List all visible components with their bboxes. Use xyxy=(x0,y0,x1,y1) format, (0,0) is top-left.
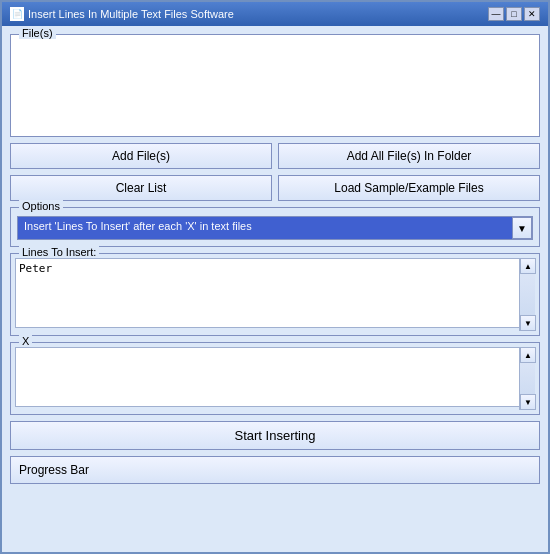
x-scroll-down-arrow[interactable]: ▼ xyxy=(520,394,536,410)
lines-group: Lines To Insert: Peter ▲ ▼ xyxy=(10,253,540,336)
title-bar-left: 📄 Insert Lines In Multiple Text Files So… xyxy=(10,7,234,21)
top-button-row: Add File(s) Add All File(s) In Folder xyxy=(10,143,540,169)
bottom-button-row: Clear List Load Sample/Example Files xyxy=(10,175,540,201)
x-scroll-up-arrow[interactable]: ▲ xyxy=(520,347,536,363)
x-textarea-wrapper: ▲ ▼ xyxy=(15,347,535,410)
options-dropdown-arrow[interactable]: ▼ xyxy=(512,217,532,239)
options-group: Options Insert 'Lines To Insert' after e… xyxy=(10,207,540,247)
lines-textarea[interactable]: Peter xyxy=(15,258,535,328)
scroll-up-arrow[interactable]: ▲ xyxy=(520,258,536,274)
lines-textarea-wrapper: Peter ▲ ▼ xyxy=(15,258,535,331)
files-group: File(s) xyxy=(10,34,540,137)
title-buttons: — □ ✕ xyxy=(488,7,540,21)
lines-label: Lines To Insert: xyxy=(19,246,99,258)
minimize-button[interactable]: — xyxy=(488,7,504,21)
clear-list-button[interactable]: Clear List xyxy=(10,175,272,201)
add-files-button[interactable]: Add File(s) xyxy=(10,143,272,169)
lines-scrollbar[interactable]: ▲ ▼ xyxy=(519,258,535,331)
files-textarea[interactable] xyxy=(15,39,535,129)
window-title: Insert Lines In Multiple Text Files Soft… xyxy=(28,8,234,20)
x-textarea[interactable] xyxy=(15,347,535,407)
add-all-folder-button[interactable]: Add All File(s) In Folder xyxy=(278,143,540,169)
options-select-container[interactable]: Insert 'Lines To Insert' after each 'X' … xyxy=(17,216,533,240)
load-sample-button[interactable]: Load Sample/Example Files xyxy=(278,175,540,201)
main-window: 📄 Insert Lines In Multiple Text Files So… xyxy=(0,0,550,554)
main-content: File(s) Add File(s) Add All File(s) In F… xyxy=(2,26,548,552)
progress-bar: Progress Bar xyxy=(10,456,540,484)
options-selected-value: Insert 'Lines To Insert' after each 'X' … xyxy=(18,217,512,239)
x-label: X xyxy=(19,335,32,347)
files-label: File(s) xyxy=(19,27,56,39)
start-inserting-button[interactable]: Start Inserting xyxy=(10,421,540,450)
maximize-button[interactable]: □ xyxy=(506,7,522,21)
close-button[interactable]: ✕ xyxy=(524,7,540,21)
scroll-down-arrow[interactable]: ▼ xyxy=(520,315,536,331)
app-icon: 📄 xyxy=(10,7,24,21)
title-bar: 📄 Insert Lines In Multiple Text Files So… xyxy=(2,2,548,26)
x-group: X ▲ ▼ xyxy=(10,342,540,415)
options-label: Options xyxy=(19,200,63,212)
x-scrollbar[interactable]: ▲ ▼ xyxy=(519,347,535,410)
